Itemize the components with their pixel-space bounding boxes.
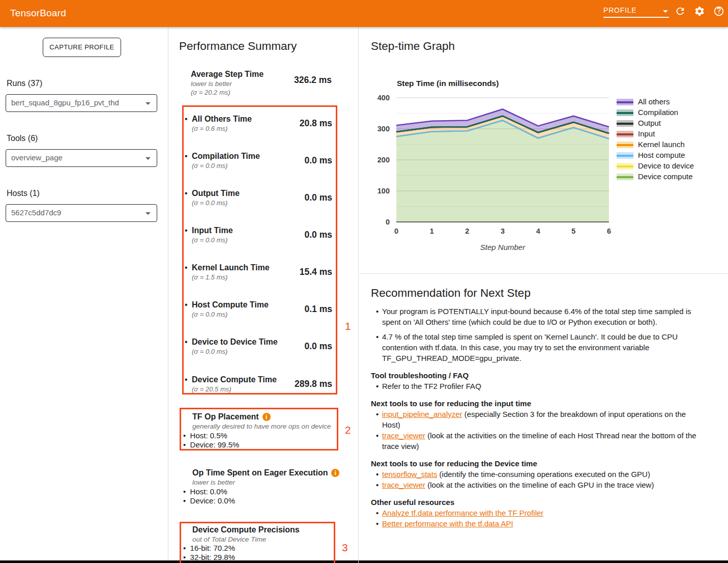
recommendation-section: Recommendation for Next Step •Your progr…: [371, 273, 720, 529]
hosts-select[interactable]: 5627c5dd7dc9: [6, 204, 157, 222]
recommendation-link[interactable]: input_pipeline_analyzer: [382, 410, 462, 418]
runs-select-value: bert_squad_8gpu_fp16_pvt_thd: [11, 98, 119, 107]
tensorboard-profile-page: TensorBoard PROFILE CAPTURE PROFILE Runs…: [0, 0, 728, 563]
eager-note: lower is better: [192, 478, 235, 486]
tools-label: Tools (6): [7, 134, 38, 143]
recommendation-link[interactable]: Analyze tf.data performance with the TF …: [382, 509, 543, 517]
recommendation-heading: Next tools to use for reducing the input…: [371, 398, 720, 409]
recommendation-item: •Analyze tf.data performance with the TF…: [371, 508, 702, 518]
svg-text:Step Time (in milliseconds): Step Time (in milliseconds): [397, 79, 499, 88]
svg-text:4: 4: [536, 227, 540, 235]
svg-text:5: 5: [571, 227, 575, 235]
recommendation-bullet-1: •Your program is POTENTIALLY input-bound…: [371, 306, 702, 327]
annotation-number-1: 1: [345, 320, 351, 332]
profile-nav-label: PROFILE: [603, 6, 637, 14]
svg-text:1: 1: [430, 227, 434, 235]
help-icon[interactable]: [713, 6, 724, 17]
hosts-label: Hosts (1): [7, 189, 40, 198]
recommendation-item: •input_pipeline_analyzer (especially Sec…: [371, 409, 702, 430]
settings-icon[interactable]: [694, 6, 705, 17]
chevron-down-icon: [145, 212, 151, 215]
info-icon[interactable]: i: [331, 469, 339, 477]
step-time-graph-panel: Step-time Graph 01002003004000123456Step…: [359, 27, 728, 563]
svg-text:Step Number: Step Number: [480, 243, 526, 251]
performance-summary-panel: Performance Summary Average Step Time lo…: [168, 27, 359, 563]
svg-text:400: 400: [377, 94, 390, 102]
sidebar: CAPTURE PROFILE Runs (37) bert_squad_8gp…: [0, 27, 168, 563]
svg-text:300: 300: [377, 125, 390, 133]
recommendation-heading: Next tools to use for reducing the Devic…: [371, 458, 720, 469]
recommendation-link[interactable]: tensorflow_stats: [382, 470, 437, 478]
recommendation-link[interactable]: Better performance with the tf.data API: [382, 519, 513, 528]
svg-text:0: 0: [394, 227, 398, 235]
recommendation-item: •tensorflow_stats (identify the time-con…: [371, 469, 702, 480]
step-time-chart: 01002003004000123456Step Time (in millis…: [359, 27, 728, 273]
bottom-bar: [0, 560, 728, 563]
recommendation-link[interactable]: trace_viewer: [382, 481, 425, 489]
recommendation-heading: Other useful resources: [371, 497, 720, 508]
runs-label: Runs (37): [7, 79, 42, 88]
profile-nav-select[interactable]: PROFILE: [603, 5, 669, 18]
recommendation-item: •Refer to the TF2 Profiler FAQ: [371, 381, 702, 391]
svg-text:200: 200: [377, 156, 390, 164]
annotation-box-1: [182, 105, 337, 395]
tools-select-value: overview_page: [11, 153, 63, 162]
recommendation-bullet-2: •4.7 % of the total step time sampled is…: [371, 331, 702, 363]
main-content: CAPTURE PROFILE Runs (37) bert_squad_8gp…: [0, 27, 728, 563]
annotation-box-2: [180, 408, 338, 451]
eager-title: Op Time Spent on Eager Executioni: [192, 468, 339, 477]
annotation-number-3: 3: [342, 542, 348, 554]
chevron-down-icon: [145, 157, 151, 160]
app-title: TensorBoard: [10, 8, 66, 19]
recommendation-heading: Tool troubleshooting / FAQ: [371, 370, 720, 381]
recommendation-item: •trace_viewer (look at the activities on…: [371, 480, 702, 490]
svg-text:3: 3: [501, 227, 505, 235]
annotation-box-3: [180, 522, 335, 563]
capture-profile-button[interactable]: CAPTURE PROFILE: [43, 38, 121, 57]
recommendation-title: Recommendation for Next Step: [371, 287, 720, 300]
tools-select[interactable]: overview_page: [6, 149, 157, 167]
annotation-number-2: 2: [345, 424, 351, 436]
hosts-select-value: 5627c5dd7dc9: [11, 208, 61, 217]
recommendation-item: •trace_viewer (look at the activities on…: [371, 430, 702, 452]
svg-text:0: 0: [386, 218, 390, 226]
chevron-down-icon: [145, 102, 151, 105]
recommendation-item: •Better performance with the tf.data API: [371, 518, 702, 529]
eager-device: • Device: 0.0%: [183, 496, 235, 505]
recommendation-link[interactable]: trace_viewer: [382, 431, 425, 440]
runs-select[interactable]: bert_squad_8gpu_fp16_pvt_thd: [6, 94, 157, 112]
chevron-down-icon: [663, 10, 668, 13]
refresh-icon[interactable]: [675, 6, 686, 17]
eager-host: • Host: 0.0%: [183, 487, 227, 496]
svg-text:2: 2: [465, 227, 469, 235]
svg-text:100: 100: [377, 187, 390, 195]
svg-text:6: 6: [607, 227, 611, 235]
app-header: TensorBoard PROFILE: [0, 0, 728, 27]
